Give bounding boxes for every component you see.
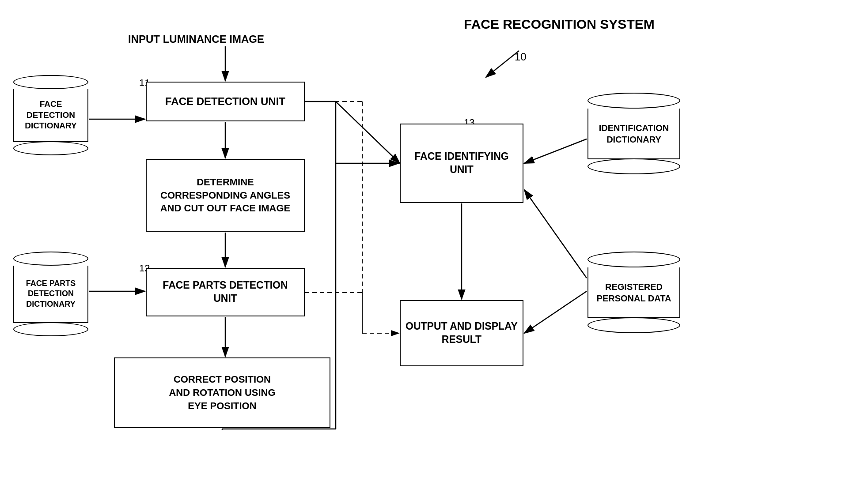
face-detection-dict: FACE DETECTION DICTIONARY [13,75,88,155]
output-display-box: OUTPUT AND DISPLAY RESULT [400,300,523,366]
svg-line-15 [524,139,587,163]
registered-personal-data: REGISTERED PERSONAL DATA [588,252,680,333]
svg-line-11 [336,102,400,163]
determine-angles-box: DETERMINE CORRESPONDING ANGLES AND CUT O… [146,159,305,232]
diagram-container: FACE RECOGNITION SYSTEM 10 INPUT LUMINAN… [0,0,868,500]
face-identifying-unit: FACE IDENTIFYING UNIT [400,124,523,203]
identification-dict: IDENTIFICATION DICTIONARY [588,93,680,174]
svg-line-16 [524,190,587,278]
correct-position-box: CORRECT POSITION AND ROTATION USING EYE … [114,357,330,428]
face-parts-unit: FACE PARTS DETECTION UNIT [146,268,305,316]
title-label: FACE RECOGNITION SYSTEM [464,17,655,32]
svg-line-17 [524,291,587,333]
face-parts-dict: FACE PARTS DETECTION DICTIONARY [13,252,88,336]
face-detection-unit: FACE DETECTION UNIT [146,82,305,121]
input-luminance-label: INPUT LUMINANCE IMAGE [128,33,264,45]
svg-line-23 [486,51,519,77]
system-number: 10 [515,51,527,63]
